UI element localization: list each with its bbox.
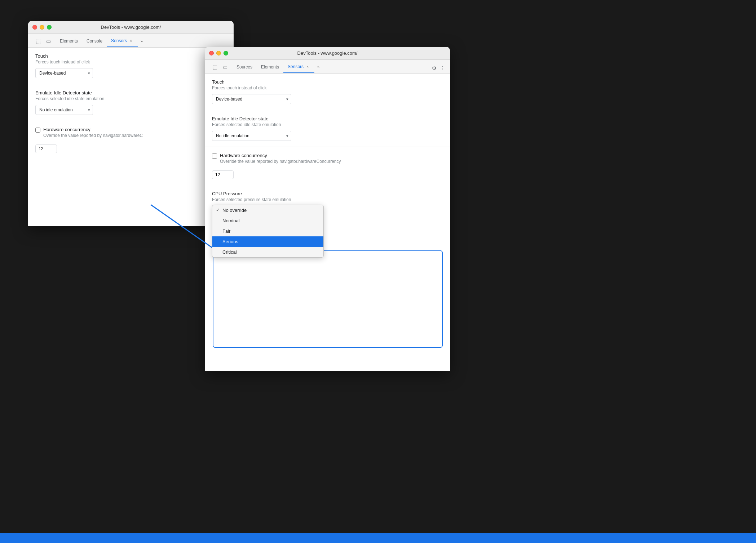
minimize-button-1[interactable] <box>40 25 44 30</box>
idle-dropdown-2[interactable]: No idle emulation <box>212 131 291 141</box>
idle-desc-2: Forces selected idle state emulation <box>212 122 443 127</box>
tabbar-2: ⬚ ▭ Sources Elements Sensors × » ⚙ ⋮ <box>205 60 450 74</box>
tab-more-1[interactable]: » <box>138 35 146 47</box>
titlebar-1: DevTools - www.google.com/ <box>28 21 234 34</box>
tabbar-right-2: ⚙ ⋮ <box>430 64 450 73</box>
tab-elements-1[interactable]: Elements <box>56 35 82 47</box>
tabbar-1: ⬚ ▭ Elements Console Sensors × » <box>28 34 234 48</box>
hardware-checkbox-1[interactable] <box>35 128 40 133</box>
window-title-1: DevTools - www.google.com/ <box>101 25 161 30</box>
tab-console-1[interactable]: Console <box>82 35 107 47</box>
idle-section-2: Emulate Idle Detector state Forces selec… <box>205 110 450 147</box>
hardware-checkbox-row-2: Hardware concurrency Override the value … <box>212 153 443 168</box>
settings-icon-2[interactable]: ⚙ <box>430 64 438 72</box>
tab-sources-2[interactable]: Sources <box>232 61 257 73</box>
minimize-button-2[interactable] <box>216 51 221 55</box>
idle-dropdown-1[interactable]: No idle emulation <box>35 105 93 115</box>
tab-close-sensors-1[interactable]: × <box>128 38 133 43</box>
tab-sensors-2[interactable]: Sensors × <box>283 61 314 73</box>
titlebar-2: DevTools - www.google.com/ <box>205 47 450 60</box>
touch-section-1: Touch Forces touch instead of click Devi… <box>28 48 234 84</box>
more-icon-2[interactable]: ⋮ <box>438 64 447 72</box>
blue-bar <box>0 533 756 543</box>
tab-elements-2[interactable]: Elements <box>257 61 283 73</box>
hardware-checkbox-2[interactable] <box>212 153 217 159</box>
traffic-lights-2 <box>209 51 228 55</box>
devtools-window-2: DevTools - www.google.com/ ⬚ ▭ Sources E… <box>205 47 450 371</box>
cpu-desc-2: Forces selected pressure state emulation <box>212 197 443 202</box>
close-button-2[interactable] <box>209 51 214 55</box>
hardware-section-1: Hardware concurrency Override the value … <box>28 121 234 159</box>
inspect-icon-2[interactable]: ⬚ <box>211 63 219 71</box>
idle-select-wrapper-1: No idle emulation <box>35 105 93 115</box>
hardware-section-2: Hardware concurrency Override the value … <box>205 147 450 185</box>
idle-desc-1: Forces selected idle state emulation <box>35 96 226 101</box>
hardware-input-2[interactable] <box>212 170 234 179</box>
window-title-2: DevTools - www.google.com/ <box>297 50 358 56</box>
toolbar-icons-1: ⬚ ▭ <box>31 35 56 47</box>
maximize-button-2[interactable] <box>224 51 228 55</box>
tabbar-left-1: Elements Console Sensors × » <box>56 35 146 47</box>
tab-more-2[interactable]: » <box>314 61 322 73</box>
idle-title-1: Emulate Idle Detector state <box>35 90 226 95</box>
hardware-desc-2: Override the value reported by navigator… <box>220 159 341 164</box>
idle-select-wrapper-2: No idle emulation <box>212 131 291 141</box>
touch-dropdown-2[interactable]: Device-based <box>212 94 291 104</box>
hardware-title-1: Hardware concurrency <box>43 127 143 132</box>
hardware-checkbox-row-1: Hardware concurrency Override the value … <box>35 127 226 142</box>
content-2: Touch Forces touch instead of click Devi… <box>205 74 450 371</box>
cpu-dropdown-menu: No override Nominal Fair Serious Critica… <box>212 205 324 258</box>
touch-desc-2: Forces touch instead of click <box>212 85 443 90</box>
device-icon-1[interactable]: ▭ <box>44 37 53 45</box>
hardware-input-1[interactable]: 12 <box>35 144 57 153</box>
cpu-option-serious[interactable]: Serious <box>212 236 323 247</box>
tab-sensors-1[interactable]: Sensors × <box>107 35 138 47</box>
touch-section-2: Touch Forces touch instead of click Devi… <box>205 74 450 110</box>
idle-title-2: Emulate Idle Detector state <box>212 116 443 121</box>
content-1: Touch Forces touch instead of click Devi… <box>28 48 234 226</box>
touch-title-2: Touch <box>212 79 443 85</box>
hardware-title-2: Hardware concurrency <box>220 153 341 158</box>
touch-title-1: Touch <box>35 53 226 59</box>
device-icon-2[interactable]: ▭ <box>221 63 229 71</box>
hardware-desc-1: Override the value reported by navigator… <box>43 133 143 138</box>
tab-close-sensors-2[interactable]: × <box>305 64 310 69</box>
cpu-option-fair[interactable]: Fair <box>212 226 323 236</box>
cpu-option-nominal[interactable]: Nominal <box>212 215 323 226</box>
touch-desc-1: Forces touch instead of click <box>35 59 226 64</box>
cpu-section-2: CPU Pressure Forces selected pressure st… <box>205 185 450 278</box>
tabbar-left-2: Sources Elements Sensors × » <box>232 61 322 73</box>
cpu-title-2: CPU Pressure <box>212 191 443 196</box>
toolbar-icons-2: ⬚ ▭ <box>208 61 232 73</box>
traffic-lights-1 <box>32 25 52 30</box>
cpu-option-critical[interactable]: Critical <box>212 247 323 257</box>
touch-dropdown-1[interactable]: Device-based <box>35 68 93 78</box>
idle-section-1: Emulate Idle Detector state Forces selec… <box>28 84 234 121</box>
maximize-button-1[interactable] <box>47 25 52 30</box>
touch-select-wrapper-2: Device-based <box>212 94 291 104</box>
touch-select-wrapper-1: Device-based <box>35 68 93 78</box>
cpu-option-no-override[interactable]: No override <box>212 205 323 215</box>
inspect-icon-1[interactable]: ⬚ <box>34 37 43 45</box>
devtools-window-1: DevTools - www.google.com/ ⬚ ▭ Elements … <box>28 21 234 226</box>
close-button-1[interactable] <box>32 25 37 30</box>
